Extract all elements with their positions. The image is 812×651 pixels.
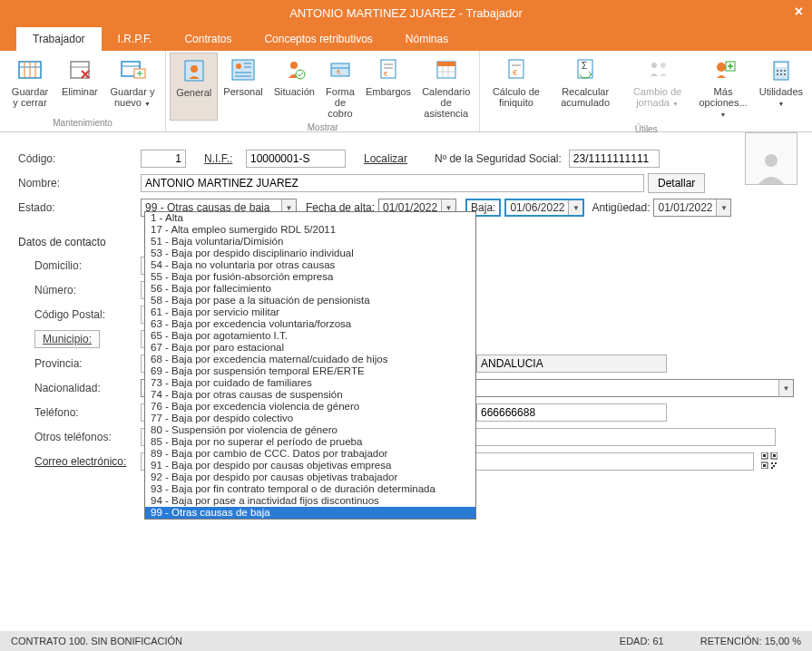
baja-input[interactable]: 01/06/2022 ▼ [504,199,584,217]
chevron-down-icon[interactable]: ▼ [778,380,793,396]
tab-irpf[interactable]: I.R.P.F. [102,27,169,51]
estado-option[interactable]: 54 - Baja no voluntaria por otras causas [145,259,475,271]
estado-option[interactable]: 73 - Baja por cuidado de familiares [145,377,475,389]
localizar-link[interactable]: Localizar [364,152,407,165]
cobro-icon: € [326,56,355,83]
calendar-icon [432,56,461,83]
domicilio-label: Domicilio: [34,259,141,272]
finiquito-icon: € [502,56,531,83]
svg-point-37 [651,63,657,68]
antiguedad-label: Antigüedad: [592,201,650,214]
nss-input[interactable] [569,150,660,168]
svg-rect-53 [763,454,766,457]
guardar-nuevo-button[interactable]: Guardar y nuevo ▼ [103,53,161,116]
numero-label: Número: [34,284,141,296]
estado-option[interactable]: 53 - Baja por despido disciplinario indi… [145,248,475,259]
detallar-button[interactable]: Detallar [648,173,705,193]
codigo-label: Código: [18,152,141,165]
municipio-wrap: Municipio: [34,333,141,345]
recalcular-button[interactable]: Σ Recalcular acumulado [548,53,621,122]
situacion-icon [279,56,308,83]
nombre-input[interactable] [141,174,644,192]
svg-text:€: € [513,68,517,77]
estado-option[interactable]: 93 - Baja por fin contrato temporal o de… [145,483,475,495]
nif-input[interactable] [246,150,346,168]
svg-point-44 [780,70,782,72]
qr-icon[interactable] [761,452,778,471]
estado-option[interactable]: 1 - Alta [145,212,475,224]
svg-rect-28 [437,62,455,66]
telefono-extra-input[interactable] [476,403,667,422]
estado-option[interactable]: 77 - Baja por despido colectivo [145,413,475,424]
estado-option[interactable]: 58 - Baja por pase a la situación de pen… [145,295,475,306]
estado-option[interactable]: 80 - Suspensión por violencia de género [145,424,475,436]
estado-option[interactable]: 55 - Baja por fusión-absorción empresa [145,271,475,283]
estado-label: Estado: [18,201,141,214]
personal-icon [229,56,258,83]
estado-option[interactable]: 17 - Alta empleo sumergido RDL 5/2011 [145,224,475,236]
tab-conceptos[interactable]: Conceptos retributivos [248,27,388,51]
estado-option[interactable]: 63 - Baja por excedencia voluntaria/forz… [145,318,475,330]
svg-rect-55 [763,464,766,467]
estado-option[interactable]: 92 - Baja por despido por causas objetiv… [145,471,475,483]
estado-option[interactable]: 67 - Baja por paro estacional [145,342,475,354]
guardar-cerrar-button[interactable]: Guardar y cerrar [4,53,56,116]
person-icon [180,57,209,84]
estado-option[interactable]: 76 - Baja por excedencia violencia de gé… [145,401,475,413]
close-icon[interactable]: × [795,4,803,20]
tab-nominas[interactable]: Nóminas [389,27,465,51]
estado-option[interactable]: 51 - Baja voluntaria/Dimisión [145,236,475,248]
estado-option[interactable]: 99 - Otras causas de baja [145,507,475,519]
telefono-label: Teléfono: [34,406,141,419]
chevron-down-icon[interactable]: ▼ [716,199,730,216]
tab-contratos[interactable]: Contratos [168,27,248,51]
svg-rect-54 [773,454,776,457]
tabs-bar: Trabajador I.R.P.F. Contratos Conceptos … [0,25,812,51]
calculo-finiquito-button[interactable]: € Cálculo de finiquito [484,53,548,122]
delete-icon [65,56,94,83]
embargos-button[interactable]: € Embargos [360,53,416,121]
svg-point-39 [717,63,726,72]
estado-option[interactable]: 89 - Baja por cambio de CCC. Datos por t… [145,448,475,460]
svg-point-38 [660,63,666,68]
situacion-label: Situación [274,86,315,97]
chevron-down-icon[interactable]: ▼ [568,200,582,215]
estado-option[interactable]: 61 - Baja por servicio militar [145,306,475,318]
correo-label[interactable]: Correo electrónico: [34,455,141,468]
utilidades-button[interactable]: Utilidades ▼ [754,53,808,122]
save-close-icon [15,56,44,83]
calendario-button[interactable]: Calendario de asistencia [416,53,475,121]
municipio-button[interactable]: Municipio: [34,330,100,348]
svg-point-19 [296,70,305,79]
mas-opciones-button[interactable]: Más opciones... ▼ [692,53,753,122]
svg-rect-59 [771,467,773,469]
general-button[interactable]: General [170,53,218,121]
provincia-label: Provincia: [34,357,141,370]
antiguedad-input[interactable]: 01/01/2022 ▼ [653,199,731,217]
codigo-input[interactable] [141,150,186,168]
calendario-label: Calendario de asistencia [422,86,470,119]
estado-option[interactable]: 69 - Baja por suspensión temporal ERE/ER… [145,365,475,377]
estado-option[interactable]: 94 - Baja por pase a inactividad fijos d… [145,495,475,507]
estado-option[interactable]: 65 - Baja por agotamiento I.T. [145,330,475,342]
svg-text:€: € [384,70,388,78]
nacionalidad-label: Nacionalidad: [34,382,141,394]
estado-option[interactable]: 91 - Baja por despido por causas objetiv… [145,460,475,471]
estado-option[interactable]: 68 - Baja por excedencia maternal/cuidad… [145,354,475,365]
estado-option[interactable]: 56 - Baja por fallecimiento [145,283,475,295]
svg-point-43 [777,70,778,72]
estado-option[interactable]: 74 - Baja por otras causas de suspensión [145,389,475,401]
estado-option[interactable]: 85 - Baja por no superar el período de p… [145,436,475,448]
utilidades-label: Utilidades ▼ [759,86,803,110]
tab-trabajador[interactable]: Trabajador [16,27,102,51]
eliminar-button[interactable]: Eliminar [56,53,103,116]
nss-label: Nº de la Seguridad Social: [435,152,562,165]
photo-placeholder[interactable] [745,132,797,185]
forma-cobro-button[interactable]: € Forma de cobro [320,53,360,121]
forma-cobro-label: Forma de cobro [326,86,355,119]
embargos-label: Embargos [366,86,411,97]
estado-dropdown[interactable]: 1 - Alta17 - Alta empleo sumergido RDL 5… [144,211,476,520]
nif-label[interactable]: N.I.F.: [204,152,240,165]
situacion-button[interactable]: Situación [269,53,320,121]
personal-button[interactable]: Personal [218,53,268,121]
